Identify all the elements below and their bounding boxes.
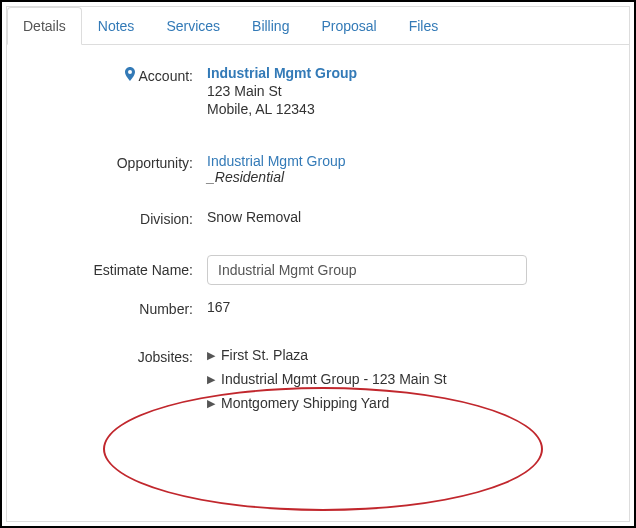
number-label: Number: (139, 301, 193, 317)
jobsite-item[interactable]: ▶ First St. Plaza (207, 347, 619, 363)
chevron-right-icon: ▶ (207, 373, 215, 386)
chevron-right-icon: ▶ (207, 397, 215, 410)
number-value: 167 (207, 299, 230, 315)
tab-proposal[interactable]: Proposal (305, 7, 392, 45)
tab-billing[interactable]: Billing (236, 7, 305, 45)
account-street: 123 Main St (207, 83, 619, 99)
division-label: Division: (140, 211, 193, 227)
jobsites-label: Jobsites: (138, 349, 193, 365)
account-name-link[interactable]: Industrial Mgmt Group (207, 65, 619, 81)
tab-files[interactable]: Files (393, 7, 455, 45)
estimate-name-input[interactable] (207, 255, 527, 285)
division-value: Snow Removal (207, 209, 301, 225)
account-city-line: Mobile, AL 12343 (207, 101, 619, 117)
tab-notes[interactable]: Notes (82, 7, 151, 45)
tabs-bar: Details Notes Services Billing Proposal … (7, 7, 629, 45)
jobsite-item[interactable]: ▶ Industrial Mgmt Group - 123 Main St (207, 371, 619, 387)
account-label: Account: (139, 68, 193, 84)
map-pin-icon (125, 67, 135, 84)
opportunity-name-link[interactable]: Industrial Mgmt Group (207, 153, 619, 169)
jobsite-name: First St. Plaza (221, 347, 308, 363)
details-panel: Account: Industrial Mgmt Group 123 Main … (7, 45, 629, 443)
tab-details[interactable]: Details (7, 7, 82, 45)
jobsite-name: Industrial Mgmt Group - 123 Main St (221, 371, 447, 387)
estimate-name-label: Estimate Name: (93, 262, 193, 278)
jobsite-item[interactable]: ▶ Montgomery Shipping Yard (207, 395, 619, 411)
chevron-right-icon: ▶ (207, 349, 215, 362)
opportunity-type: _Residential (207, 169, 619, 185)
opportunity-label: Opportunity: (117, 155, 193, 171)
jobsite-name: Montgomery Shipping Yard (221, 395, 389, 411)
tab-services[interactable]: Services (150, 7, 236, 45)
